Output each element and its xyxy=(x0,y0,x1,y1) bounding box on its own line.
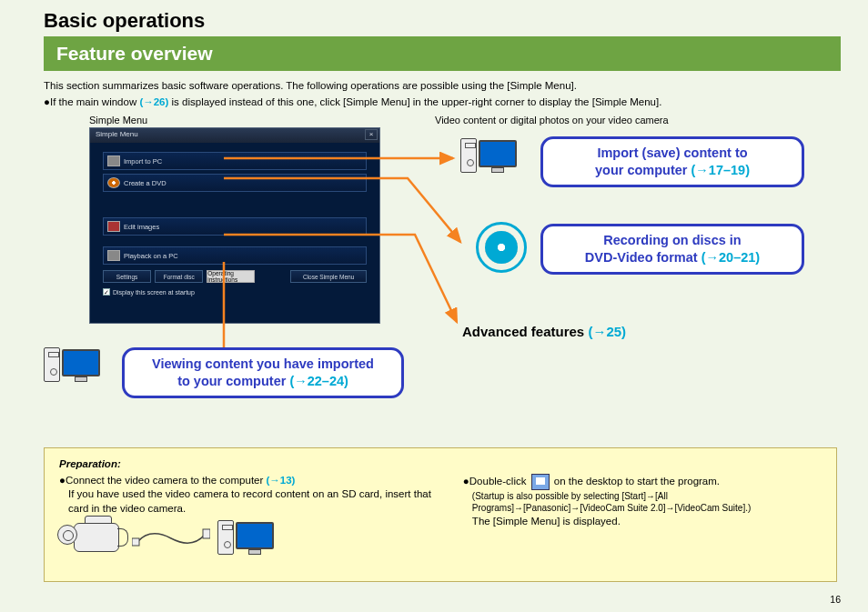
menu-label: Import to PC xyxy=(124,157,162,166)
page-ref-17-19[interactable]: (→17–19) xyxy=(691,163,750,177)
callout-import[interactable]: Import (save) content to your computer (… xyxy=(540,136,804,187)
disc-icon xyxy=(476,222,527,273)
svg-rect-0 xyxy=(132,538,139,546)
import-icon xyxy=(107,156,120,166)
callout-line1: Recording on discs in xyxy=(556,232,789,249)
section-heading: Feature overview xyxy=(44,36,841,71)
preparation-title: Preparation: xyxy=(59,457,822,472)
callout-viewing[interactable]: Viewing content you have imported to you… xyxy=(122,347,404,398)
menu-item-import[interactable]: Import to PC xyxy=(103,152,367,170)
computer-icon xyxy=(460,138,517,173)
advanced-features-heading: Advanced features (→25) xyxy=(462,324,626,339)
menu-label: Playback on a PC xyxy=(124,252,178,260)
prep-right-col: ●Double-click on the desktop to start th… xyxy=(463,474,822,529)
callout-line2: DVD-Video format xyxy=(585,250,701,265)
page-ref-20-21[interactable]: (→20–21) xyxy=(701,250,760,265)
page-ref-25[interactable]: (→25) xyxy=(588,324,626,339)
computer-icon xyxy=(44,347,100,382)
right-caption: Video content or digital photos on your … xyxy=(435,115,669,125)
page-ref-22-24[interactable]: (→22–24) xyxy=(289,374,348,388)
format-disc-button[interactable]: Format disc xyxy=(155,270,203,283)
note-suffix: is displayed instead of this one, click … xyxy=(168,96,661,107)
intro-note: ●If the main window (→26) is displayed i… xyxy=(44,95,841,109)
callout-line2: to your computer xyxy=(177,374,289,388)
diagram-area: Simple Menu Simple Menu × Import to PC C… xyxy=(44,115,841,433)
prep-dbl-a: Double-click xyxy=(469,476,530,487)
menu-item-playback[interactable]: Playback on a PC xyxy=(103,246,367,265)
program-desktop-icon xyxy=(531,474,550,490)
callout-line2: your computer xyxy=(595,163,691,177)
checkbox-label: Display this screen at startup xyxy=(113,289,195,296)
page-number: 16 xyxy=(830,594,841,605)
prep-connect-text: Connect the video camera to the computer xyxy=(66,475,267,486)
monitor-icon xyxy=(62,349,100,376)
callout-dvd[interactable]: Recording on discs in DVD-Video format (… xyxy=(540,224,804,275)
page-title: Basic operations xyxy=(44,9,841,33)
prep-left-col: ●Connect the video camera to the compute… xyxy=(59,474,436,529)
close-icon[interactable]: × xyxy=(365,129,378,140)
checkbox-icon[interactable]: ✓ xyxy=(103,288,110,296)
prep-dbl-b: on the desktop to start the program. xyxy=(551,476,720,487)
computer-icon xyxy=(217,520,274,555)
prep-startup-note: (Startup is also possible by selecting [… xyxy=(463,490,822,515)
startup-checkbox-row[interactable]: ✓ Display this screen at startup xyxy=(103,288,367,296)
preparation-box: Preparation: ●Connect the video camera t… xyxy=(44,447,837,582)
menu-label: Edit images xyxy=(124,223,159,231)
monitor-icon xyxy=(479,140,517,167)
simple-menu-window: Simple Menu × Import to PC Create a DVD … xyxy=(89,127,380,324)
menu-item-edit[interactable]: Edit images xyxy=(103,217,367,236)
window-title: Simple Menu xyxy=(96,130,138,138)
prep-displayed-text: The [Simple Menu] is displayed. xyxy=(463,515,822,529)
menu-item-create-dvd[interactable]: Create a DVD xyxy=(103,174,367,192)
camcorder-icon xyxy=(57,516,125,559)
svg-rect-1 xyxy=(203,529,210,538)
intro-text: This section summarizes basic software o… xyxy=(44,78,841,93)
playback-icon xyxy=(107,250,120,261)
usb-cable-icon xyxy=(132,524,210,551)
page-ref-26[interactable]: (→26) xyxy=(139,96,168,107)
tower-icon xyxy=(217,520,234,555)
note-prefix: If the main window xyxy=(50,96,139,107)
settings-button[interactable]: Settings xyxy=(103,270,151,283)
prep-sd-text: If you have used the video camera to rec… xyxy=(59,487,436,516)
adv-label: Advanced features xyxy=(462,324,588,339)
tower-icon xyxy=(44,347,60,382)
monitor-icon xyxy=(236,522,274,549)
hardware-illustration xyxy=(57,516,274,559)
operating-instructions-button[interactable]: Operating instructions xyxy=(207,270,255,283)
page-ref-13[interactable]: (→13) xyxy=(267,475,296,486)
window-titlebar: Simple Menu × xyxy=(90,128,379,143)
edit-icon xyxy=(107,221,120,232)
callout-line1: Viewing content you have imported xyxy=(137,356,389,373)
callout-line1: Import (save) content to xyxy=(556,145,789,162)
simple-menu-label: Simple Menu xyxy=(89,115,147,125)
dvd-icon xyxy=(107,177,120,188)
tower-icon xyxy=(460,138,477,173)
menu-label: Create a DVD xyxy=(124,179,167,187)
close-simple-menu-button[interactable]: Close Simple Menu xyxy=(290,270,367,283)
